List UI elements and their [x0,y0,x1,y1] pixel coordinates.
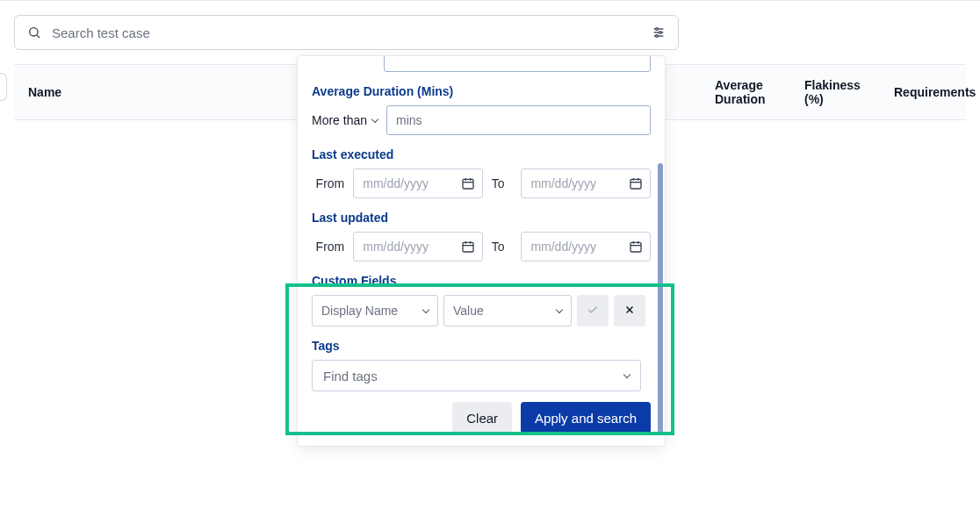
search-input[interactable] [52,25,641,40]
filter-icon[interactable] [650,24,667,41]
date-placeholder: mm/dd/yyyy [530,176,596,190]
svg-rect-12 [631,179,641,189]
chevron-down-icon [422,306,429,313]
calendar-icon [629,240,643,256]
filter-last-executed-label: Last executed [312,147,651,161]
compare-label: More than [312,113,367,127]
svg-point-0 [30,28,38,36]
confirm-custom-field-button[interactable] [577,295,609,326]
left-drawer-handle[interactable] [0,73,7,101]
search-bar[interactable] [14,15,679,50]
tags-placeholder: Find tags [323,369,378,383]
avg-duration-compare-select[interactable]: More than [312,113,378,127]
svg-point-5 [656,28,659,31]
select-placeholder: Value [453,304,484,318]
filter-avg-duration-label: Average Duration (Mins) [312,84,651,98]
avg-duration-input[interactable] [386,105,651,135]
svg-point-7 [656,35,659,38]
chevron-down-icon [623,371,631,378]
to-label: To [492,176,513,190]
tags-select[interactable]: Find tags [312,360,641,391]
filter-tags-label: Tags [312,339,651,353]
last-executed-from-input[interactable]: mm/dd/yyyy [353,168,483,198]
partial-input-top[interactable] [384,56,651,72]
remove-custom-field-button[interactable] [614,295,645,326]
custom-field-name-select[interactable]: Display Name [312,295,438,326]
check-icon [587,304,599,319]
date-placeholder: mm/dd/yyyy [363,176,429,190]
close-icon [624,304,635,318]
apply-and-search-button[interactable]: Apply and search [521,402,651,434]
last-updated-from-input[interactable]: mm/dd/yyyy [353,232,483,262]
select-placeholder: Display Name [321,304,398,318]
calendar-icon [461,240,475,256]
svg-point-6 [659,32,662,34]
to-label: To [492,240,513,254]
filter-custom-fields-label: Custom Fields [312,274,651,288]
from-label: From [312,176,344,190]
svg-rect-8 [463,179,473,189]
column-flakiness: Flakiness (%) [790,78,880,106]
date-placeholder: mm/dd/yyyy [530,240,596,254]
filter-panel: More than Average Duration (Mins) More t… [297,55,666,447]
chevron-down-icon [371,116,378,123]
search-icon [25,24,43,41]
date-placeholder: mm/dd/yyyy [363,240,429,254]
chevron-down-icon [556,306,563,313]
last-executed-to-input[interactable]: mm/dd/yyyy [521,168,651,198]
calendar-icon [461,176,475,193]
last-updated-to-input[interactable]: mm/dd/yyyy [521,232,651,262]
calendar-icon [629,176,643,193]
svg-rect-16 [463,242,473,252]
column-requirements: Requirements [880,85,961,99]
custom-field-value-select[interactable]: Value [443,295,572,326]
filter-last-updated-label: Last updated [312,211,651,225]
svg-line-1 [37,35,40,38]
svg-rect-20 [631,242,641,252]
scrollbar-thumb[interactable] [658,163,663,434]
clear-button[interactable]: Clear [452,402,512,434]
column-avg-duration: Average Duration [701,78,790,106]
from-label: From [312,240,344,254]
